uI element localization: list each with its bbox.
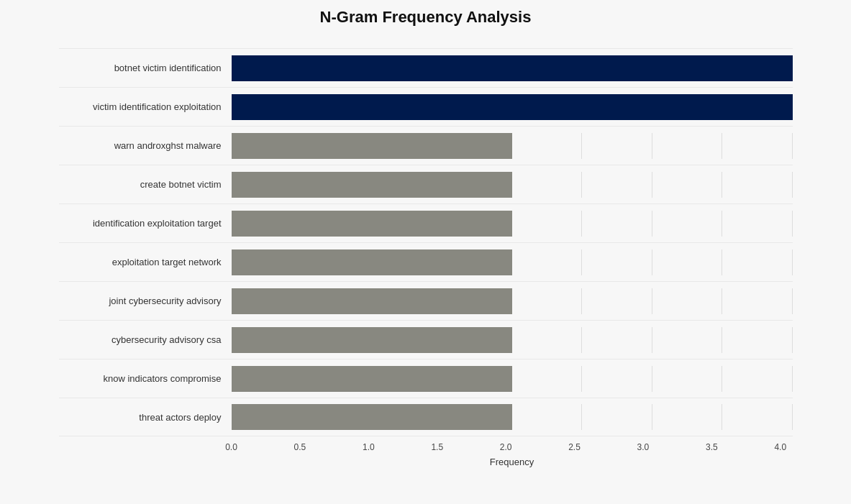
bar-row: warn androxghst malware bbox=[59, 126, 793, 165]
chart-title: N-Gram Frequency Analysis bbox=[59, 8, 793, 27]
bar-fill bbox=[232, 327, 512, 353]
bar-row: victim identification exploitation bbox=[59, 87, 793, 126]
bar-track bbox=[232, 288, 793, 314]
x-tick: 3.0 bbox=[637, 442, 650, 452]
x-tick: 2.5 bbox=[568, 442, 581, 452]
bar-row: joint cybersecurity advisory bbox=[59, 281, 793, 320]
bar-fill bbox=[232, 288, 512, 314]
bar-row: exploitation target network bbox=[59, 242, 793, 281]
bar-fill bbox=[232, 172, 512, 198]
x-tick: 2.0 bbox=[500, 442, 512, 452]
bar-label: identification exploitation target bbox=[59, 218, 232, 229]
bar-fill bbox=[232, 211, 512, 237]
x-axis: 0.00.51.01.52.02.53.03.54.0 bbox=[232, 442, 793, 452]
bar-label: know indicators compromise bbox=[59, 373, 232, 384]
bar-fill bbox=[232, 366, 512, 392]
bar-fill bbox=[232, 249, 512, 275]
x-axis-label: Frequency bbox=[232, 457, 793, 467]
bar-track bbox=[232, 55, 793, 81]
bar-label: joint cybersecurity advisory bbox=[59, 295, 232, 306]
bar-row: threat actors deploy bbox=[59, 398, 793, 436]
x-tick: 4.0 bbox=[774, 442, 786, 452]
bar-fill bbox=[232, 404, 512, 430]
bar-fill bbox=[232, 133, 512, 159]
chart-area: botnet victim identificationvictim ident… bbox=[59, 48, 793, 436]
bar-label: victim identification exploitation bbox=[59, 101, 232, 112]
bar-label: create botnet victim bbox=[59, 179, 232, 190]
bar-row: create botnet victim bbox=[59, 165, 793, 203]
bar-track bbox=[232, 404, 793, 430]
x-tick: 0.5 bbox=[294, 442, 306, 452]
bar-track bbox=[232, 366, 793, 392]
x-tick: 1.5 bbox=[431, 442, 443, 452]
bar-fill bbox=[232, 94, 793, 120]
bar-row: know indicators compromise bbox=[59, 359, 793, 398]
x-tick: 0.0 bbox=[225, 442, 237, 452]
bar-track bbox=[232, 133, 793, 159]
x-tick: 1.0 bbox=[363, 442, 375, 452]
bar-track bbox=[232, 94, 793, 120]
bar-track bbox=[232, 211, 793, 237]
bar-label: cybersecurity advisory csa bbox=[59, 334, 232, 345]
x-tick-container: 0.00.51.01.52.02.53.03.54.0 bbox=[232, 442, 793, 452]
bar-row: botnet victim identification bbox=[59, 48, 793, 87]
bar-track bbox=[232, 172, 793, 198]
x-tick: 3.5 bbox=[706, 442, 718, 452]
bar-track bbox=[232, 327, 793, 353]
bar-row: cybersecurity advisory csa bbox=[59, 320, 793, 359]
bar-label: threat actors deploy bbox=[59, 412, 232, 423]
bar-label: botnet victim identification bbox=[59, 63, 232, 73]
bar-fill bbox=[232, 55, 793, 81]
bar-label: warn androxghst malware bbox=[59, 140, 232, 151]
chart-container: N-Gram Frequency Analysis botnet victim … bbox=[30, 0, 822, 504]
bar-label: exploitation target network bbox=[59, 257, 232, 267]
bar-track bbox=[232, 249, 793, 275]
bar-row: identification exploitation target bbox=[59, 203, 793, 242]
